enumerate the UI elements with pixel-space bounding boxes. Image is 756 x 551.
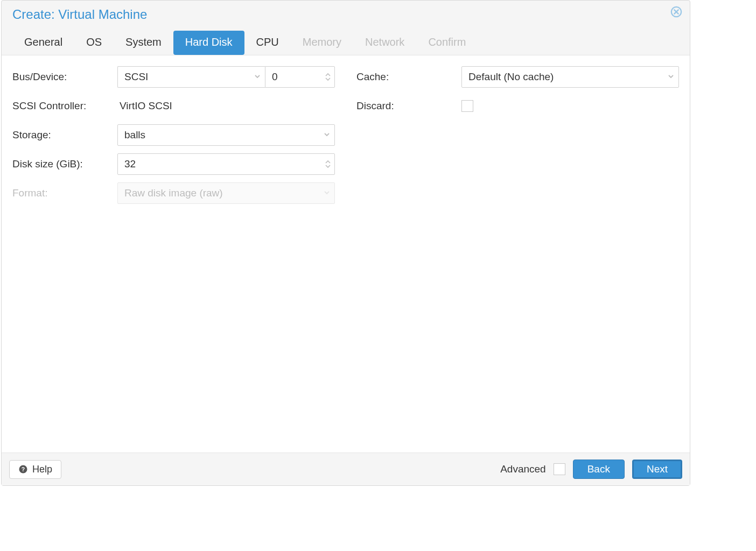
dialog-footer: ? Help Advanced Back Next	[2, 453, 690, 485]
row-format: Format: Raw disk image (raw)	[12, 182, 335, 204]
disk-size-spinner[interactable]: 32	[117, 153, 335, 175]
advanced-checkbox[interactable]	[554, 463, 565, 475]
format-select-value: Raw disk image (raw)	[124, 187, 223, 199]
back-button[interactable]: Back	[573, 460, 625, 479]
cache-select[interactable]: Default (No cache)	[461, 66, 679, 88]
dialog-header: Create: Virtual Machine	[2, 1, 690, 25]
label-cache: Cache:	[356, 71, 461, 83]
bus-select-value: SCSI	[124, 71, 148, 83]
help-button-label: Help	[32, 464, 52, 475]
value-scsi-controller: VirtIO SCSI	[117, 100, 335, 112]
chevron-down-icon	[254, 73, 261, 81]
chevron-down-icon	[324, 189, 330, 197]
row-storage: Storage: balls	[12, 124, 335, 146]
left-column: Bus/Device: SCSI 0	[12, 66, 335, 442]
label-scsi-controller: SCSI Controller:	[12, 100, 117, 112]
create-vm-dialog: Create: Virtual Machine General OS Syste…	[1, 0, 690, 486]
tab-hard-disk[interactable]: Hard Disk	[173, 31, 244, 55]
storage-select[interactable]: balls	[117, 124, 335, 146]
help-button[interactable]: ? Help	[9, 460, 61, 479]
device-spinner[interactable]: 0	[265, 66, 335, 88]
tab-network: Network	[353, 31, 416, 55]
label-discard: Discard:	[356, 100, 461, 112]
format-select: Raw disk image (raw)	[117, 182, 335, 204]
help-icon: ?	[18, 464, 28, 474]
advanced-label: Advanced	[500, 463, 546, 475]
tab-cpu[interactable]: CPU	[244, 31, 291, 55]
row-bus-device: Bus/Device: SCSI 0	[12, 66, 335, 88]
disk-size-value: 32	[124, 158, 136, 170]
label-bus-device: Bus/Device:	[12, 71, 117, 83]
label-storage: Storage:	[12, 129, 117, 141]
right-column: Cache: Default (No cache) Discard:	[356, 66, 679, 442]
label-disk-size: Disk size (GiB):	[12, 158, 117, 170]
wizard-tabs: General OS System Hard Disk CPU Memory N…	[2, 25, 690, 55]
row-cache: Cache: Default (No cache)	[356, 66, 679, 88]
close-icon	[670, 6, 682, 18]
svg-text:?: ?	[22, 466, 25, 472]
row-disk-size: Disk size (GiB): 32	[12, 153, 335, 175]
spinner-arrows-icon[interactable]	[325, 73, 331, 81]
tab-general[interactable]: General	[12, 31, 74, 55]
spinner-arrows-icon[interactable]	[325, 160, 331, 168]
storage-select-value: balls	[124, 129, 145, 141]
tab-memory: Memory	[291, 31, 353, 55]
tab-os[interactable]: OS	[74, 31, 114, 55]
next-button[interactable]: Next	[632, 460, 682, 479]
device-spinner-value: 0	[272, 71, 278, 83]
tab-system[interactable]: System	[114, 31, 173, 55]
chevron-down-icon	[668, 73, 674, 81]
tab-content: Bus/Device: SCSI 0	[2, 55, 690, 453]
row-scsi-controller: SCSI Controller: VirtIO SCSI	[12, 95, 335, 117]
discard-checkbox[interactable]	[461, 100, 473, 112]
cache-select-value: Default (No cache)	[468, 71, 554, 83]
close-button[interactable]	[670, 6, 682, 18]
label-format: Format:	[12, 187, 117, 199]
dialog-title: Create: Virtual Machine	[12, 7, 679, 22]
bus-select[interactable]: SCSI	[117, 66, 265, 88]
chevron-down-icon	[324, 131, 330, 139]
tab-confirm: Confirm	[416, 31, 478, 55]
row-discard: Discard:	[356, 95, 679, 117]
footer-right: Advanced Back Next	[500, 460, 682, 479]
